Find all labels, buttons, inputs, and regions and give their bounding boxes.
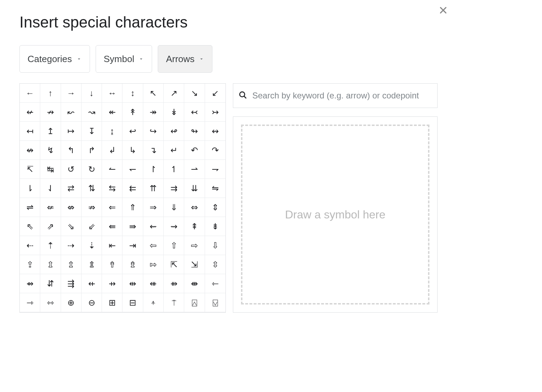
close-button[interactable] — [435, 2, 452, 19]
character-cell[interactable]: ↣ — [205, 103, 225, 122]
character-cell[interactable]: ⇈ — [143, 179, 164, 198]
character-cell[interactable]: ↮ — [20, 141, 40, 160]
character-cell[interactable]: ⇓ — [164, 198, 184, 217]
character-cell[interactable]: ↶ — [184, 141, 205, 160]
character-cell[interactable]: ⇳ — [205, 255, 225, 274]
character-cell[interactable]: ↞ — [102, 103, 122, 122]
character-cell[interactable]: ⇻ — [164, 274, 184, 293]
character-cell[interactable]: ⇄ — [61, 179, 82, 198]
character-cell[interactable]: ⇎ — [61, 198, 82, 217]
character-cell[interactable]: ⇟ — [205, 217, 225, 236]
character-cell[interactable]: ⇍ — [40, 198, 61, 217]
character-cell[interactable]: ⊟ — [122, 293, 143, 312]
character-cell[interactable]: ⇸ — [102, 274, 122, 293]
character-cell[interactable]: ↫ — [164, 122, 184, 141]
character-cell[interactable]: ⇩ — [205, 236, 225, 255]
character-cell[interactable]: ⇆ — [102, 179, 122, 198]
character-cell[interactable]: ↰ — [61, 141, 82, 160]
character-cell[interactable]: ⇬ — [61, 255, 82, 274]
symbol-dropdown[interactable]: Symbol — [96, 45, 152, 73]
character-cell[interactable]: ↟ — [122, 103, 143, 122]
character-cell[interactable]: ⇏ — [82, 198, 102, 217]
character-cell[interactable]: ⇜ — [143, 217, 164, 236]
character-cell[interactable]: ⇒ — [143, 198, 164, 217]
character-cell[interactable]: ↵ — [164, 141, 184, 160]
character-cell[interactable]: ⇧ — [164, 236, 184, 255]
character-cell[interactable]: ↘ — [184, 84, 205, 103]
character-cell[interactable]: ⇥ — [122, 236, 143, 255]
character-cell[interactable]: ⇞ — [184, 217, 205, 236]
character-cell[interactable]: ↪ — [143, 122, 164, 141]
character-cell[interactable]: ⇮ — [102, 255, 122, 274]
character-cell[interactable]: ↡ — [164, 103, 184, 122]
search-box[interactable] — [233, 83, 438, 108]
character-cell[interactable]: ⇁ — [205, 160, 225, 179]
character-cell[interactable]: ⇲ — [184, 255, 205, 274]
search-input[interactable] — [252, 90, 432, 101]
character-cell[interactable]: ↨ — [102, 122, 122, 141]
character-cell[interactable]: ⇑ — [122, 198, 143, 217]
character-cell[interactable]: ⇊ — [184, 179, 205, 198]
character-cell[interactable]: ↴ — [143, 141, 164, 160]
character-cell[interactable]: ↗ — [164, 84, 184, 103]
character-cell[interactable]: ⇫ — [40, 255, 61, 274]
character-cell[interactable]: ↻ — [82, 160, 102, 179]
character-cell[interactable]: ↲ — [102, 141, 122, 160]
categories-dropdown[interactable]: Categories — [19, 45, 90, 73]
character-cell[interactable]: ↛ — [40, 103, 61, 122]
draw-canvas[interactable]: Draw a symbol here — [241, 125, 429, 304]
character-cell[interactable]: ↹ — [40, 160, 61, 179]
character-cell[interactable]: ⇇ — [122, 179, 143, 198]
arrows-dropdown[interactable]: Arrows — [158, 45, 212, 73]
character-cell[interactable]: ⇀ — [184, 160, 205, 179]
character-cell[interactable]: ⇤ — [102, 236, 122, 255]
character-cell[interactable]: ↯ — [40, 141, 61, 160]
character-cell[interactable]: ← — [20, 84, 40, 103]
character-cell[interactable]: ↕ — [122, 84, 143, 103]
character-cell[interactable]: ⇔ — [184, 198, 205, 217]
character-cell[interactable]: ⇦ — [143, 236, 164, 255]
character-cell[interactable]: ⇢ — [61, 236, 82, 255]
character-cell[interactable]: ⇭ — [82, 255, 102, 274]
character-cell[interactable]: ⇷ — [82, 274, 102, 293]
character-cell[interactable]: ⍏ — [143, 293, 164, 312]
character-cell[interactable]: ↺ — [61, 160, 82, 179]
character-cell[interactable]: ↑ — [40, 84, 61, 103]
character-cell[interactable]: ⇹ — [122, 274, 143, 293]
character-cell[interactable]: ⇰ — [143, 255, 164, 274]
character-cell[interactable]: ⍑ — [164, 293, 184, 312]
character-cell[interactable]: ↩ — [122, 122, 143, 141]
character-cell[interactable]: ↾ — [143, 160, 164, 179]
character-cell[interactable]: ⇡ — [40, 236, 61, 255]
character-cell[interactable]: ↼ — [102, 160, 122, 179]
character-cell[interactable]: → — [61, 84, 82, 103]
character-cell[interactable]: ⇼ — [184, 274, 205, 293]
character-cell[interactable]: ⇘ — [61, 217, 82, 236]
character-cell[interactable]: ⇽ — [205, 274, 225, 293]
character-cell[interactable]: ↥ — [40, 122, 61, 141]
character-cell[interactable]: ↙ — [205, 84, 225, 103]
character-cell[interactable]: ⇌ — [20, 198, 40, 217]
character-grid-scroll[interactable]: ←↑→↓↔↕↖↗↘↙↚↛↜↝↞↟↠↡↢↣↤↥↦↧↨↩↪↫↬↭↮↯↰↱↲↳↴↵↶↷… — [20, 84, 225, 312]
character-cell[interactable]: ⇺ — [143, 274, 164, 293]
character-cell[interactable]: ↧ — [82, 122, 102, 141]
character-cell[interactable]: ⇪ — [20, 255, 40, 274]
character-cell[interactable]: ⇖ — [20, 217, 40, 236]
character-cell[interactable]: ⇣ — [82, 236, 102, 255]
character-cell[interactable]: ↓ — [82, 84, 102, 103]
character-cell[interactable]: ↽ — [122, 160, 143, 179]
character-cell[interactable]: ⇱ — [164, 255, 184, 274]
character-cell[interactable]: ⊖ — [82, 293, 102, 312]
character-cell[interactable]: ↬ — [184, 122, 205, 141]
character-cell[interactable]: ↜ — [61, 103, 82, 122]
character-cell[interactable]: ⍌ — [205, 293, 225, 312]
character-cell[interactable]: ⇋ — [205, 179, 225, 198]
character-cell[interactable]: ↢ — [184, 103, 205, 122]
character-cell[interactable]: ↿ — [164, 160, 184, 179]
character-cell[interactable]: ↦ — [61, 122, 82, 141]
character-cell[interactable]: ↱ — [82, 141, 102, 160]
character-cell[interactable]: ⇿ — [40, 293, 61, 312]
character-cell[interactable]: ⍓ — [184, 293, 205, 312]
character-cell[interactable]: ⇙ — [82, 217, 102, 236]
character-cell[interactable]: ⇶ — [61, 274, 82, 293]
